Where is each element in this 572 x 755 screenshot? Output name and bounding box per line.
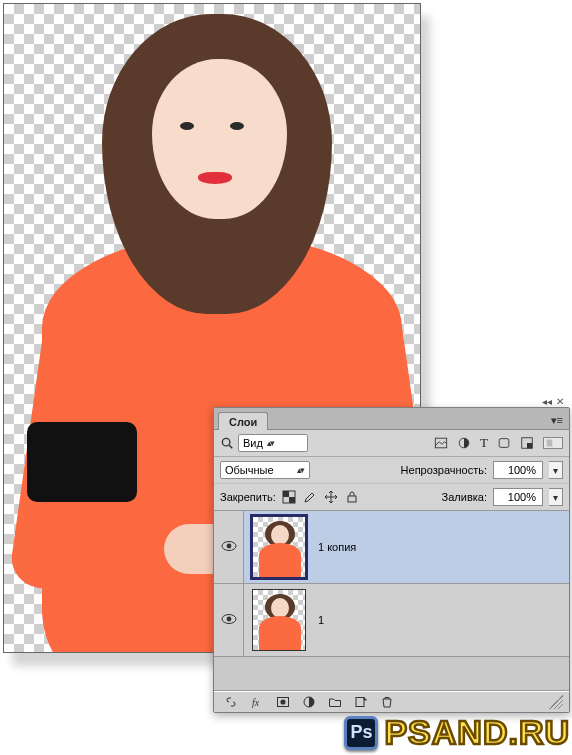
panel-menu-button[interactable]: ▾≡ xyxy=(545,412,569,429)
layers-panel: ◂◂ ✕ Слои ▾≡ Вид ▴▾ xyxy=(213,395,570,713)
watermark-text: PSAND.RU xyxy=(384,713,570,752)
opacity-label: Непрозрачность: xyxy=(401,464,487,476)
group-icon[interactable] xyxy=(328,695,342,709)
ps-logo-icon: Ps xyxy=(344,716,378,750)
adjustment-filter-icon[interactable] xyxy=(457,436,471,450)
resize-grip[interactable] xyxy=(549,695,563,709)
svg-rect-11 xyxy=(348,496,356,502)
link-layers-icon[interactable] xyxy=(224,695,238,709)
svg-line-1 xyxy=(229,445,232,448)
layer-mask-icon[interactable] xyxy=(276,695,290,709)
svg-point-18 xyxy=(280,699,285,704)
blend-mode-value: Обычные xyxy=(225,464,274,476)
svg-point-13 xyxy=(226,544,231,549)
fill-input[interactable]: 100% xyxy=(493,488,543,506)
collapse-left-icon: ◂◂ xyxy=(542,396,552,407)
svg-rect-7 xyxy=(547,440,553,447)
opacity-value: 100% xyxy=(508,464,536,476)
tab-layers-label: Слои xyxy=(229,416,257,428)
delete-layer-icon[interactable] xyxy=(380,695,394,709)
layers-empty-area[interactable] xyxy=(214,657,569,691)
layer-visibility-toggle[interactable] xyxy=(214,584,244,656)
layer-row[interactable]: 1 копия xyxy=(214,511,569,584)
svg-point-0 xyxy=(222,438,230,446)
ps-logo-text: Ps xyxy=(350,722,372,743)
updown-icon: ▴▾ xyxy=(267,438,273,448)
fill-value: 100% xyxy=(508,491,536,503)
svg-rect-4 xyxy=(499,439,509,448)
panel-collapse-bar[interactable]: ◂◂ ✕ xyxy=(213,395,570,407)
close-icon[interactable]: ✕ xyxy=(556,396,564,407)
layer-kind-value: Вид xyxy=(243,437,263,449)
eye-icon xyxy=(221,613,237,627)
layer-filter-bar: Вид ▴▾ T xyxy=(214,430,569,457)
updown-icon: ▴▾ xyxy=(297,465,303,475)
svg-rect-10 xyxy=(289,497,295,503)
svg-rect-20 xyxy=(356,698,364,707)
lock-position-icon[interactable] xyxy=(324,490,338,504)
lock-fill-row: Закрепить: Заливка: 100% xyxy=(214,484,569,511)
layer-row[interactable]: 1 xyxy=(214,584,569,657)
panel-tabbar: Слои ▾≡ xyxy=(214,408,569,430)
lock-label: Закрепить: xyxy=(220,491,276,503)
type-filter-icon[interactable]: T xyxy=(480,436,488,450)
fill-dropdown[interactable] xyxy=(549,488,563,506)
blend-opacity-row: Обычные ▴▾ Непрозрачность: 100% xyxy=(214,457,569,484)
svg-rect-6 xyxy=(527,443,532,448)
layer-name[interactable]: 1 xyxy=(318,614,324,626)
adjustment-layer-icon[interactable] xyxy=(302,695,316,709)
svg-point-15 xyxy=(226,617,231,622)
tab-layers[interactable]: Слои xyxy=(218,412,268,430)
filter-toggle-icon[interactable] xyxy=(543,437,563,449)
image-filter-icon[interactable] xyxy=(434,436,448,450)
watermark: Ps PSAND.RU xyxy=(344,713,570,752)
layer-kind-select[interactable]: Вид ▴▾ xyxy=(238,434,308,452)
blend-mode-select[interactable]: Обычные ▴▾ xyxy=(220,461,310,479)
shape-filter-icon[interactable] xyxy=(497,436,511,450)
opacity-dropdown[interactable] xyxy=(549,461,563,479)
lock-transparency-icon[interactable] xyxy=(282,490,296,504)
new-layer-icon[interactable] xyxy=(354,695,368,709)
search-icon xyxy=(220,436,234,450)
menu-icon: ▾≡ xyxy=(551,414,563,426)
fill-label: Заливка: xyxy=(442,491,487,503)
svg-text:fx: fx xyxy=(252,697,260,708)
layer-name[interactable]: 1 копия xyxy=(318,541,356,553)
layers-list: 1 копия 1 xyxy=(214,511,569,691)
layer-visibility-toggle[interactable] xyxy=(214,511,244,583)
opacity-input[interactable]: 100% xyxy=(493,461,543,479)
layers-panel-footer: fx xyxy=(214,691,569,712)
lock-brush-icon[interactable] xyxy=(303,490,317,504)
eye-icon xyxy=(221,540,237,554)
layer-style-icon[interactable]: fx xyxy=(250,695,264,709)
svg-rect-9 xyxy=(283,491,289,497)
layer-thumbnail[interactable] xyxy=(252,589,306,651)
lock-all-icon[interactable] xyxy=(345,490,359,504)
layer-thumbnail[interactable] xyxy=(252,516,306,578)
smartobject-filter-icon[interactable] xyxy=(520,436,534,450)
